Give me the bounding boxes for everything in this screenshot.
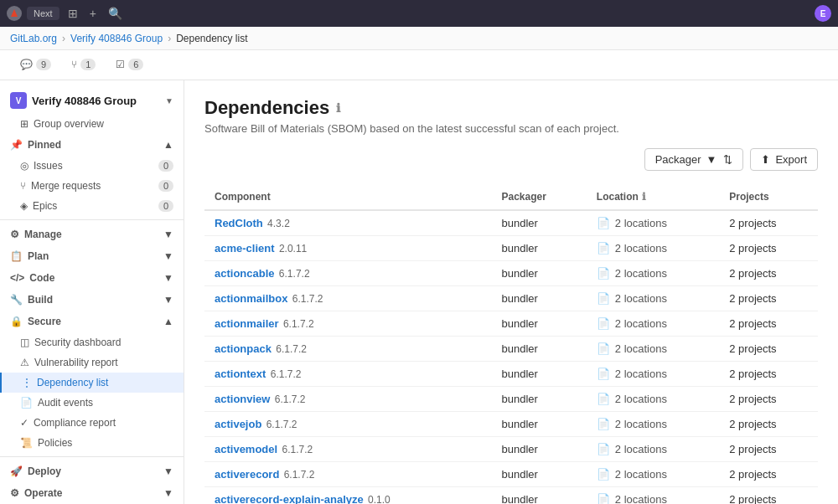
component-version: 6.1.7.2: [267, 368, 301, 380]
sidebar-item-audit-events[interactable]: 📄 Audit events: [0, 393, 184, 413]
breadcrumb-group[interactable]: Verify 408846 Group: [70, 33, 163, 44]
shield-icon: 🔒: [10, 316, 23, 327]
location-value: 2 locations: [615, 342, 667, 355]
file-icon: 📄: [597, 267, 610, 280]
search-topbar-button[interactable]: 🔍: [105, 5, 126, 22]
merge-icon: ⑂: [20, 180, 26, 192]
sidebar-section-deploy[interactable]: 🚀 Deploy ▼: [0, 460, 184, 482]
sidebar-section-build[interactable]: 🔧 Build ▼: [0, 289, 184, 311]
breadcrumb-gitlab[interactable]: GitLab.org: [10, 33, 57, 44]
sidebar-section-pinned[interactable]: 📌 Pinned ▲: [0, 134, 184, 156]
table-row: actionmailer 6.1.7.2 bundler 📄 2 locatio…: [204, 311, 818, 337]
sidebar-item-compliance-report[interactable]: ✓ Compliance report: [0, 413, 184, 433]
packager-filter-button[interactable]: Packager ▼ ⇅: [644, 148, 744, 171]
projects-value: 2 projects: [729, 493, 776, 504]
sidebar-group-header[interactable]: V Verify 408846 Group ▼: [0, 87, 184, 114]
cell-component: actionmailbox 6.1.7.2: [204, 286, 491, 311]
projects-value: 2 projects: [729, 342, 776, 355]
packager-sort[interactable]: Packager: [501, 191, 576, 203]
epics-badge: 0: [158, 200, 173, 212]
sidebar-item-issues[interactable]: ◎ Issues 0: [0, 156, 184, 176]
file-icon: 📄: [597, 393, 610, 405]
component-version: 4.3.2: [265, 218, 290, 229]
location-value: 2 locations: [615, 267, 667, 280]
component-name[interactable]: activejob: [215, 418, 261, 430]
table-row: actionpack 6.1.7.2 bundler 📄 2 locations…: [204, 337, 818, 362]
cell-location: 📄 2 locations: [587, 412, 719, 437]
cell-location: 📄 2 locations: [587, 462, 719, 487]
issues-icon: ◎: [20, 160, 28, 172]
component-version: 6.1.7.2: [273, 343, 307, 355]
breadcrumb-current: Dependency list: [176, 33, 247, 44]
sidebar-divider-1: [0, 219, 184, 220]
component-name[interactable]: RedCloth: [215, 217, 263, 229]
cell-location: 📄 2 locations: [587, 387, 719, 412]
table-row: activemodel 6.1.7.2 bundler 📄 2 location…: [204, 437, 818, 462]
sidebar-item-merge-requests[interactable]: ⑂ Merge requests 0: [0, 176, 184, 196]
cell-packager: bundler: [491, 437, 586, 462]
component-version: 6.1.7.2: [281, 469, 314, 481]
packager-value: bundler: [501, 443, 537, 455]
component-name[interactable]: actionpack: [215, 342, 272, 355]
export-label: Export: [775, 153, 807, 166]
export-button[interactable]: ⬆ Export: [750, 148, 818, 171]
avatar[interactable]: E: [815, 5, 831, 22]
cell-packager: bundler: [491, 387, 586, 412]
new-tab-button[interactable]: +: [86, 5, 100, 22]
component-name[interactable]: activemodel: [215, 443, 277, 455]
sidebar-section-code[interactable]: </> Code ▼: [0, 267, 184, 289]
sidebar-item-group-overview[interactable]: ⊞ Group overview: [0, 114, 184, 134]
col-projects[interactable]: Projects: [719, 184, 818, 210]
component-name[interactable]: activerecord: [215, 468, 279, 481]
tab-checks[interactable]: ☑ 6: [106, 52, 153, 79]
col-packager[interactable]: Packager: [491, 184, 586, 210]
sidebar-section-manage[interactable]: ⚙ Manage ▼: [0, 224, 184, 245]
packager-value: bundler: [501, 393, 537, 405]
component-name[interactable]: actioncable: [215, 267, 275, 280]
file-icon: 📄: [597, 217, 610, 229]
info-icon[interactable]: ℹ: [336, 101, 340, 115]
cell-packager: bundler: [491, 311, 586, 337]
sidebar-item-security-dashboard[interactable]: ◫ Security dashboard: [0, 332, 184, 352]
cell-packager: bundler: [491, 462, 586, 487]
sidebar-item-epics[interactable]: ◈ Epics 0: [0, 196, 184, 216]
sidebar-item-vulnerability-report[interactable]: ⚠ Vulnerability report: [0, 352, 184, 373]
col-component[interactable]: Component: [204, 184, 491, 210]
code-label: Code: [29, 272, 54, 284]
cell-projects: 2 projects: [719, 387, 818, 412]
next-button[interactable]: Next: [27, 7, 59, 20]
component-sort[interactable]: Component: [215, 191, 481, 203]
projects-value: 2 projects: [729, 242, 776, 255]
cell-component: activerecord 6.1.7.2: [204, 462, 491, 487]
cell-component: actionpack 6.1.7.2: [204, 337, 491, 362]
component-name[interactable]: actiontext: [215, 368, 266, 380]
sidebar-label-vulnerability-report: Vulnerability report: [34, 357, 118, 368]
comment-icon: 💬: [20, 59, 33, 70]
location-value: 2 locations: [615, 468, 667, 481]
col-location[interactable]: Location ℹ: [587, 184, 719, 210]
component-name[interactable]: activerecord-explain-analyze: [215, 493, 364, 504]
component-name[interactable]: actionmailbox: [215, 292, 287, 305]
cell-projects: 2 projects: [719, 337, 818, 362]
file-icon: 📄: [597, 443, 610, 455]
packager-value: bundler: [501, 368, 537, 380]
component-name[interactable]: actionview: [215, 393, 270, 405]
tab-comments[interactable]: 💬 9: [10, 52, 61, 79]
sidebar-section-operate[interactable]: ⚙ Operate ▼: [0, 482, 184, 504]
sidebar-item-dependency-list[interactable]: ⋮ Dependency list: [0, 373, 184, 393]
table-body: RedCloth 4.3.2 bundler 📄 2 locations 2 p…: [204, 210, 818, 504]
cell-packager: bundler: [491, 210, 586, 236]
location-sort[interactable]: Location ℹ: [597, 191, 709, 203]
grid-icon-button[interactable]: ⊞: [65, 5, 81, 22]
tab-bar: 💬 9 ⑂ 1 ☑ 6: [0, 50, 838, 80]
component-name[interactable]: actionmailer: [215, 317, 279, 330]
sidebar-item-policies[interactable]: 📜 Policies: [0, 433, 184, 453]
location-value: 2 locations: [615, 393, 667, 405]
component-name[interactable]: acme-client: [215, 242, 275, 255]
location-info-icon[interactable]: ℹ: [642, 191, 646, 203]
projects-sort[interactable]: Projects: [729, 191, 808, 203]
cell-projects: 2 projects: [719, 487, 818, 505]
tab-forks[interactable]: ⑂ 1: [61, 52, 106, 79]
sidebar-section-plan[interactable]: 📋 Plan ▼: [0, 245, 184, 267]
sidebar-section-secure[interactable]: 🔒 Secure ▲: [0, 311, 184, 332]
